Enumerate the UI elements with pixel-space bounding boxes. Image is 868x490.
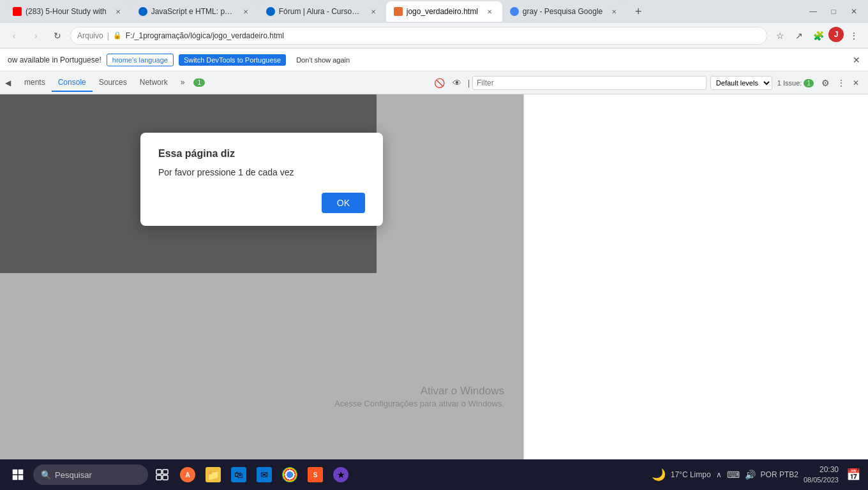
taskbar-app-store[interactable]: 🛍 — [227, 463, 250, 486]
devtools-topbar: ◀ ments Console Sources Network » 1 🚫 👁 … — [0, 71, 868, 94]
devtools-tab-network[interactable]: Network — [133, 74, 174, 92]
dialog-title: Essa página diz — [158, 148, 365, 160]
tab-favicon-google — [510, 7, 519, 16]
url-box[interactable]: Arquivo | 🔒 F:/_1programação/lógica/jogo… — [70, 27, 767, 45]
tab-favicon-alura1 — [138, 7, 147, 16]
window-controls: — □ ✕ — [804, 3, 863, 20]
browser-window: (283) 5-Hour Study with ✕ JavaScript e H… — [0, 0, 868, 490]
back-button[interactable]: ‹ — [5, 27, 23, 45]
devtools-level-select[interactable]: Default levels — [710, 76, 772, 90]
search-icon: 🔍 — [41, 470, 51, 480]
svg-rect-7 — [163, 475, 168, 480]
title-bar: (283) 5-Hour Study with ✕ JavaScript e H… — [0, 0, 868, 23]
switch-devtools-button[interactable]: Switch DevTools to Portuguese — [179, 54, 286, 66]
devtools-tab-sources[interactable]: Sources — [93, 74, 133, 92]
notification-center-button[interactable]: 📅 — [844, 462, 863, 487]
tab-close-jogo[interactable]: ✕ — [484, 6, 495, 17]
notification-close-icon[interactable]: ✕ — [853, 55, 860, 65]
notification-bar: ow available in Portuguese! hrome's lang… — [0, 48, 868, 71]
issue-badge: 1 — [193, 78, 205, 87]
tab-jogo[interactable]: jogo_verdadeiro.html ✕ — [386, 1, 502, 22]
devtools-tab-more[interactable]: » — [174, 74, 191, 92]
share-button[interactable]: ↗ — [790, 27, 808, 45]
tab-label-jogo: jogo_verdadeiro.html — [407, 7, 478, 16]
weather-label: 17°C Limpo — [671, 470, 711, 479]
forward-button[interactable]: › — [27, 27, 45, 45]
store-icon: 🛍 — [231, 467, 246, 482]
taskbar-app-mail[interactable]: ✉ — [253, 463, 276, 486]
dialog-ok-button[interactable]: OK — [322, 193, 365, 213]
keyboard-icon[interactable]: ⌨ — [727, 470, 740, 480]
devtools-panel-toggle[interactable]: ◀ — [5, 78, 18, 87]
new-tab-button[interactable]: + — [629, 3, 647, 20]
svg-rect-5 — [163, 470, 168, 474]
notification-text: ow available in Portuguese! — [8, 56, 101, 64]
taskbar-app-explorer[interactable]: 📁 — [202, 463, 225, 486]
tab-favicon-yt — [13, 7, 22, 16]
taskbar-app-extra[interactable]: ★ — [329, 463, 352, 486]
tab-study[interactable]: (283) 5-Hour Study with ✕ — [5, 1, 131, 22]
url-path: F:/_1programação/lógica/jogo_verdadeiro.… — [126, 31, 284, 40]
taskbar-clock[interactable]: 20:30 08/05/2023 — [804, 464, 839, 485]
page-content: Ativar o Windows Acesse Configurações pa… — [0, 94, 523, 459]
locale-label: POR PTB2 — [761, 470, 798, 479]
dont-show-again-button[interactable]: Don't show again — [291, 54, 355, 66]
maximize-button[interactable]: □ — [825, 3, 842, 20]
tab-close-js[interactable]: ✕ — [241, 6, 251, 17]
devtools-settings-icon[interactable]: ⚙ — [818, 78, 834, 88]
bookmark-button[interactable]: ☆ — [771, 27, 789, 45]
tab-close-forum[interactable]: ✕ — [368, 6, 378, 17]
task-view-button[interactable] — [151, 463, 174, 486]
tab-js-html[interactable]: JavaScript e HTML: pratique ✕ — [131, 1, 258, 22]
extra-app-icon: ★ — [333, 467, 348, 482]
chrome-language-button[interactable]: hrome's language — [107, 54, 174, 66]
clock-date: 08/05/2023 — [804, 475, 839, 485]
svg-rect-0 — [13, 470, 18, 475]
menu-button[interactable]: ⋮ — [845, 27, 863, 45]
taskbar: 🔍 Pesquisar A 📁 🛍 ✉ S — [0, 459, 868, 490]
tab-close-study[interactable]: ✕ — [113, 6, 123, 17]
dialog-overlay: Essa página diz Por favor pressione 1 de… — [0, 94, 523, 459]
console-clear-icon[interactable]: 🚫 — [430, 78, 449, 88]
task-view-icon — [156, 469, 168, 480]
close-button[interactable]: ✕ — [845, 3, 863, 20]
devtools-tab-console[interactable]: Console — [52, 74, 93, 92]
reload-button[interactable]: ↻ — [49, 27, 66, 45]
profile-button[interactable]: J — [828, 27, 844, 42]
file-explorer-icon: 📁 — [206, 467, 221, 482]
taskbar-search-box[interactable]: 🔍 Pesquisar — [33, 464, 148, 485]
url-separator: | — [107, 31, 109, 40]
taskbar-app-sublime[interactable]: S — [304, 463, 327, 486]
start-button[interactable] — [5, 462, 31, 487]
url-lock-icon: 🔒 — [113, 31, 122, 40]
svg-rect-3 — [19, 475, 24, 480]
tab-forum[interactable]: Fórum | Alura - Cursos onlin ✕ — [258, 1, 386, 22]
speaker-icon[interactable]: 🔊 — [745, 470, 756, 480]
address-actions: ☆ ↗ 🧩 J ⋮ — [771, 27, 863, 45]
clock-time: 20:30 — [819, 464, 839, 475]
console-eye-icon[interactable]: 👁 — [449, 78, 465, 88]
tab-favicon-alura2 — [266, 7, 275, 16]
extensions-button[interactable]: 🧩 — [809, 27, 827, 45]
svg-rect-4 — [156, 470, 161, 474]
devtools-vertical-dots[interactable]: ⋮ — [834, 78, 849, 87]
devtools-panel — [523, 94, 868, 459]
dialog-buttons: OK — [158, 193, 365, 213]
devtools-close-icon[interactable]: ✕ — [849, 78, 863, 87]
address-bar: ‹ › ↻ Arquivo | 🔒 F:/_1programação/lógic… — [0, 23, 868, 48]
system-tray-up-arrow[interactable]: ∧ — [716, 470, 722, 479]
system-tray: 🌙 17°C Limpo ∧ ⌨ 🔊 POR PTB2 20:30 08/05/… — [652, 462, 863, 487]
devtools-tab-elements[interactable]: ments — [18, 74, 52, 92]
minimize-button[interactable]: — — [804, 3, 822, 20]
moon-icon[interactable]: 🌙 — [652, 468, 666, 482]
tab-google[interactable]: gray - Pesquisa Google ✕ — [502, 1, 627, 22]
tab-close-google[interactable]: ✕ — [609, 6, 619, 17]
tab-label-study: (283) 5-Hour Study with — [26, 7, 107, 16]
dialog-box: Essa página diz Por favor pressione 1 de… — [140, 133, 383, 226]
taskbar-app-alura[interactable]: A — [176, 463, 199, 486]
tab-label-forum: Fórum | Alura - Cursos onlin — [279, 7, 362, 16]
tab-label-js: JavaScript e HTML: pratique — [151, 7, 234, 16]
devtools-filter-input[interactable] — [472, 76, 707, 90]
taskbar-app-chrome[interactable] — [278, 463, 301, 486]
sublime-icon: S — [308, 467, 323, 482]
